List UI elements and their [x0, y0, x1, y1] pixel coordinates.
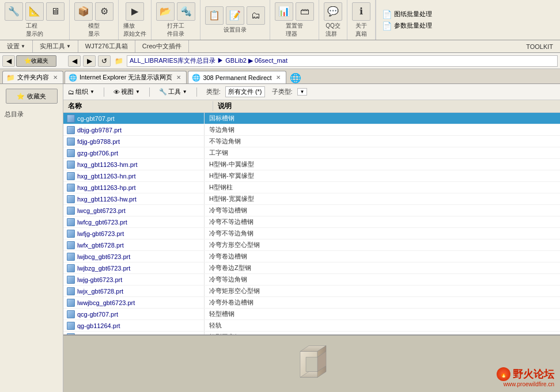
toolbar-icon-3[interactable]: 🖥 [46, 2, 65, 21]
toolbar-icons-setparam: 📊 🗃 [275, 2, 314, 21]
col-name-header[interactable]: 名称 [63, 101, 213, 111]
tab-redirect-close[interactable]: ✕ [274, 74, 282, 82]
toolbar-icon-2[interactable]: 📐 [25, 2, 44, 21]
file-icon [66, 252, 76, 262]
file-row[interactable]: fdjg-gb9788.prt不等边角钢 [63, 136, 560, 147]
file-icon-shape [67, 230, 75, 238]
file-row[interactable]: qg-gb11264.prt轻轨 [63, 320, 560, 332]
file-row[interactable]: lwjx_gbt6728.prt冷弯矩形空心型钢 [63, 286, 560, 297]
sidebar-main-label: 总目录 [5, 111, 24, 117]
subtype-label: 子类型: [272, 87, 293, 96]
tab-ie[interactable]: 🌐 Internet Explorer 无法显示该网页 ✕ [65, 71, 187, 83]
toolbar-icon-1[interactable]: 🔧 [5, 2, 23, 21]
bookmark-btn[interactable]: ⭐ 收藏夹 [6, 89, 58, 104]
file-row[interactable]: lwjg-gbt6723.prt冷弯等边角钢 [63, 274, 560, 286]
toolbar-section-model: 📦 ⚙ 模型显示 [70, 0, 119, 40]
file-row[interactable]: hxg_gbt11263-hm.prtH型钢-中翼缘型 [63, 159, 560, 170]
nav-forward-btn[interactable]: ▶ [83, 55, 96, 67]
file-row[interactable]: lwjbzg_gbt6723.prt冷弯卷边Z型钢 [63, 262, 560, 274]
file-icon-shape [67, 207, 75, 215]
file-desc: 等边角钢 [205, 125, 560, 134]
file-toolbar: 🗂 组织 👁 视图 🔧 工具 类型: 所有文件 (*) 子类型: [63, 84, 560, 100]
file-browser-wrapper: 🗂 组织 👁 视图 🔧 工具 类型: 所有文件 (*) 子类型: 名称 说明 [63, 84, 560, 392]
file-name: lwjbzg_gbt6723.prt [77, 265, 204, 272]
toolbar-label-play: 播放原始文件 [123, 22, 146, 38]
tab-ie-label: Internet Explorer 无法显示该网页 [80, 73, 172, 82]
toolbar-icon-config1[interactable]: 📋 [205, 6, 224, 25]
file-row[interactable]: lwfjg-gbt6723.prt冷弯不等边角钢 [63, 228, 560, 239]
toolbar-icon-setparam2[interactable]: 🗃 [296, 2, 314, 21]
file-row[interactable]: hxg_gbt11263-hn.prtH型钢-窄翼缘型 [63, 170, 560, 182]
file-icon-shape [67, 276, 75, 284]
file-row[interactable]: lwjbcg_gbt6723.prt冷弯卷边槽钢 [63, 251, 560, 262]
file-row[interactable]: cg-gbt707.prt国标槽钢 [63, 113, 560, 124]
tab-folder[interactable]: 📁 文件夹内容 ✕ [2, 71, 63, 83]
file-row[interactable]: dbjg-gb9787.prt等边角钢 [63, 124, 560, 136]
type-value[interactable]: 所有文件 (*) [225, 86, 265, 97]
sidebar-controls: ◀ ⭐ 收藏夹 [2, 55, 66, 67]
toolbar-label-configure: 设置目录 [224, 26, 247, 34]
sidebar-tab-btn[interactable]: ⭐ 收藏夹 [16, 55, 56, 67]
file-row[interactable]: lwfx_gbt6728.prt冷弯方形空心型钢 [63, 239, 560, 251]
tab-ie-close[interactable]: ✕ [175, 74, 183, 82]
toolbar-icon-settings[interactable]: 🔩 [177, 2, 195, 21]
file-name: cg-gbt707.prt [77, 115, 204, 122]
file-name: lwjx_gbt6728.prt [77, 288, 204, 295]
file-row[interactable]: qcg-gbt707.prt轻型槽钢 [63, 309, 560, 320]
toolbar-section-play: ▶ 播放原始文件 [119, 0, 152, 40]
toolbar-icon-sys[interactable]: ⚙ [95, 2, 113, 21]
nav-back-btn2[interactable]: ◀ [68, 55, 81, 67]
file-icon-shape [67, 138, 75, 146]
file-desc: 冷弯卷边Z型钢 [205, 264, 560, 272]
toolbar-icon-setparam1[interactable]: 📊 [275, 2, 293, 21]
col-desc-header[interactable]: 说明 [213, 101, 560, 111]
main-area: ⭐ 收藏夹 总目录 🗂 组织 👁 视图 🔧 工具 [0, 84, 560, 392]
file-icon-shape [67, 264, 75, 272]
nav-back-btn[interactable]: ◀ [2, 55, 15, 67]
file-desc: 国标槽钢 [205, 114, 560, 123]
toolbar-icon-qq[interactable]: 💬 [324, 2, 342, 21]
toolbar-icon-open[interactable]: 📂 [156, 2, 175, 21]
toolbar-icons-configure: 📋 📝 🗂 [205, 6, 265, 25]
tab-redirect[interactable]: 🌐 308 Permanent Redirect ✕ [188, 71, 286, 83]
organize-btn[interactable]: 🗂 组织 [66, 86, 97, 97]
file-icon-shape [67, 149, 75, 157]
setup-dropdown[interactable]: 设置 [7, 42, 25, 51]
file-desc: H型钢-窄翼缘型 [205, 172, 560, 180]
file-row[interactable]: lwwjbcg_gbt6723.prt冷弯外卷边槽钢 [63, 297, 560, 309]
toolbar-icon-config3[interactable]: 🗂 [247, 6, 265, 25]
file-icon-shape [67, 299, 75, 307]
toolbar-sep1 [104, 87, 104, 97]
toolbar-bottom-bar: 设置 实用工具 WJT276工具箱 Creo中文插件 TOOLKIT [0, 40, 560, 53]
toolbar-icon-play[interactable]: ▶ [126, 2, 144, 21]
type-label: 类型: [206, 87, 221, 96]
nav-folder-icon: 📁 [113, 55, 124, 67]
organize-label: 组织 [75, 87, 88, 96]
subtype-select[interactable] [297, 88, 308, 96]
toolbar-label-open: 打开工件目录 [167, 22, 184, 38]
tools-btn[interactable]: 🔧 工具 [157, 86, 190, 97]
batch-drawing-btn[interactable]: 📄 图纸批量处理 [382, 10, 554, 19]
file-row[interactable]: hxg_gbt11263-hp.prtH型钢柱 [63, 182, 560, 193]
nav-refresh-btn[interactable]: ↺ [98, 55, 111, 67]
sidebar-item-main[interactable]: 总目录 [0, 108, 63, 120]
file-row[interactable]: lwfcg_gbt6723.prt冷弯不等边槽钢 [63, 216, 560, 228]
tab-new-btn[interactable]: 🌐 [290, 73, 301, 83]
file-desc: 冷弯卷边槽钢 [205, 252, 560, 261]
watermark-text: 野火论坛 [513, 367, 554, 381]
toolbar-icon-model[interactable]: 📦 [74, 2, 93, 21]
toolbar-icon-config2[interactable]: 📝 [226, 6, 244, 25]
toolbar-icon-about[interactable]: ℹ [352, 2, 370, 21]
view-btn[interactable]: 👁 视图 [111, 86, 142, 97]
file-row[interactable]: gzg-gbt706.prt工字钢 [63, 147, 560, 159]
tab-folder-close[interactable]: ✕ [51, 74, 59, 82]
file-row[interactable]: lwcg_gbt6723.prt冷弯等边槽钢 [63, 205, 560, 216]
creo-plugin-tools: 📄 图纸批量处理 📄 参数批量处理 [376, 0, 560, 40]
file-row[interactable]: hxg_gbt11263-hw.prtH型钢-宽翼缘型 [63, 193, 560, 205]
file-desc: 冷弯不等边槽钢 [205, 218, 560, 226]
tools-dropdown[interactable]: 实用工具 [40, 42, 71, 51]
file-list: cg-gbt707.prt国标槽钢dbjg-gb9787.prt等边角钢fdjg… [63, 113, 560, 334]
tools-icon: 🔧 [159, 88, 167, 96]
batch-param-btn[interactable]: 📄 参数批量处理 [382, 21, 554, 31]
wjt-label: WJT276工具箱 [85, 42, 128, 51]
